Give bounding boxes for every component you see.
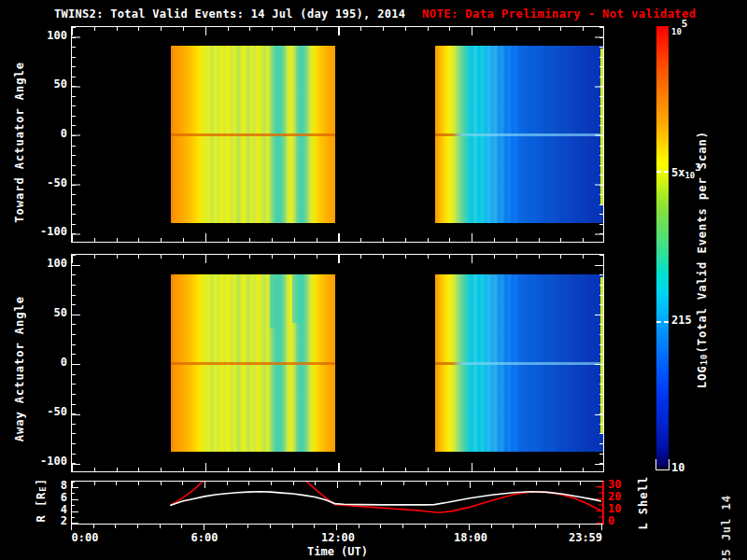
- y-minor-ticks: [72, 27, 76, 242]
- angle-tick-label: -100: [30, 455, 67, 468]
- creation-date-stamp: 25 Jul 14: [720, 495, 733, 560]
- angle-zero-line: [435, 362, 603, 365]
- y-minor-ticks: [72, 255, 76, 471]
- colorbar-tick-label: 215: [671, 314, 737, 327]
- away-spectrogram-panel: [71, 254, 604, 472]
- colorbar-tick-label: 105: [671, 18, 737, 36]
- angle-tick-label: -50: [30, 405, 67, 418]
- toward-data-block-evening: [435, 46, 603, 223]
- toward-axis-label: Toward Actuator Angle: [13, 62, 26, 223]
- angle-tick-label: 50: [30, 77, 67, 91]
- time-tick-label: 23:59: [553, 531, 618, 544]
- time-tick-label: 18:00: [438, 531, 503, 544]
- colorbar: [656, 26, 669, 469]
- angle-zero-line: [171, 362, 335, 365]
- page-title: TWINS2: Total Valid Events: 14 Jul (day …: [54, 7, 405, 21]
- x-major-ticks: [72, 463, 603, 471]
- angle-tick-label: 0: [30, 356, 67, 369]
- angle-tick-label: 50: [30, 306, 67, 319]
- away-data-block-morning: [171, 274, 335, 452]
- time-tick-label: 6:00: [172, 531, 237, 544]
- toward-spectrogram-panel: [71, 26, 604, 243]
- time-tick-label: 12:00: [305, 531, 371, 544]
- time-tick-label: 0:00: [52, 531, 118, 544]
- x-major-ticks: [72, 27, 603, 35]
- angle-tick-label: 100: [30, 29, 67, 42]
- angle-tick-label: 0: [30, 127, 67, 140]
- x-outside-major-ticks: [71, 525, 604, 530]
- y-major-ticks: [72, 27, 80, 242]
- edge-strip: [600, 277, 603, 434]
- r-tick-label: 6: [30, 491, 67, 504]
- colorbar-tick-label: 10: [671, 461, 737, 474]
- x-major-ticks: [72, 233, 603, 242]
- r-tick-label: 8: [30, 479, 67, 492]
- edge-strip: [600, 49, 603, 205]
- colorbar-tick-dash: [656, 171, 669, 173]
- colorbar-tick-label: 5x103: [671, 161, 737, 180]
- angle-zero-line: [171, 133, 335, 136]
- preliminary-note: NOTE: Data Preliminary - Not validated: [422, 7, 697, 21]
- time-axis-title: Time (UT): [71, 545, 604, 558]
- x-major-ticks: [72, 255, 603, 263]
- teal-band: [270, 274, 280, 329]
- angle-tick-label: -100: [30, 225, 67, 238]
- teal-band: [292, 274, 303, 323]
- angle-tick-label: 100: [30, 257, 67, 270]
- away-axis-label: Away Actuator Angle: [13, 296, 26, 441]
- angle-tick-label: -50: [30, 176, 67, 189]
- orbit-curves: [72, 482, 602, 524]
- r-tick-label: 2: [30, 514, 67, 527]
- orbit-parameters-panel: [71, 481, 604, 525]
- colorbar-frame-bottom: [655, 459, 669, 470]
- lshell-tick-label: 20: [608, 490, 640, 503]
- away-data-block-evening: [435, 274, 603, 452]
- plot-canvas: TWINS2: Total Valid Events: 14 Jul (day …: [0, 0, 747, 560]
- lshell-tick-label: 0: [608, 514, 640, 527]
- x-minor-ticks: [72, 238, 603, 242]
- x-minor-ticks: [72, 468, 603, 471]
- y-major-ticks: [72, 255, 80, 471]
- x-minor-ticks: [72, 255, 603, 259]
- colorbar-tick-dash: [656, 321, 669, 323]
- lshell-tick-label: 10: [608, 502, 640, 515]
- toward-data-block-morning: [171, 46, 335, 223]
- lshell-tick-label: 30: [608, 478, 640, 491]
- angle-zero-line: [435, 133, 603, 136]
- x-minor-ticks: [72, 27, 603, 31]
